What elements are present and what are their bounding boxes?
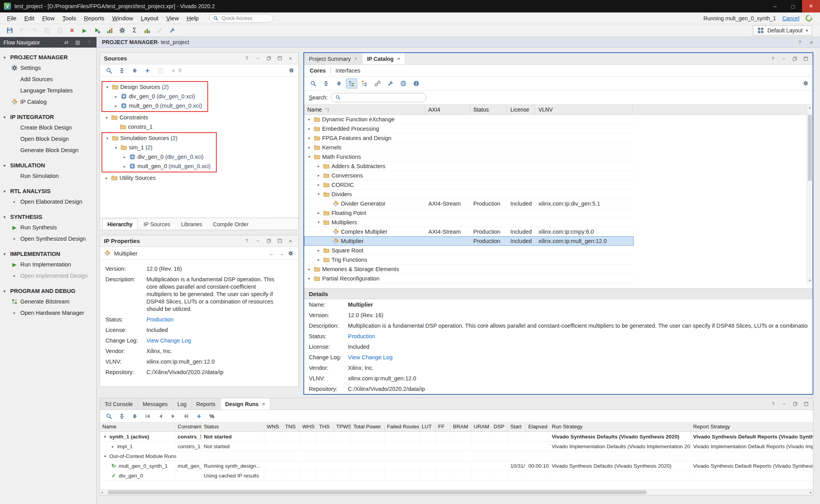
panel-max-icon[interactable] <box>276 55 283 62</box>
runs-expand-button[interactable] <box>129 411 140 421</box>
design-run-group-out-of-context-module-runs[interactable]: ▾Out-of-Context Module Runs <box>100 451 813 461</box>
toolbar-playcfg-button[interactable] <box>91 25 103 35</box>
flownav-section-simulation[interactable]: ▾SIMULATION <box>0 161 96 170</box>
menu-reports[interactable]: Reports <box>80 14 109 23</box>
scroll-up-icon[interactable]: ▴ <box>809 105 811 110</box>
catalog-collapse-button[interactable] <box>320 78 332 89</box>
tree-chevron-icon[interactable]: ▸ <box>316 183 321 187</box>
column-license[interactable]: License <box>507 105 535 114</box>
catalog-tree2-button[interactable] <box>359 78 370 89</box>
runs-column-lut[interactable]: LUT <box>419 422 436 431</box>
source-item-utility-sources[interactable]: ▸Utility Sources <box>102 173 297 183</box>
catalog-row-partial-reconfiguration[interactable]: ▸Partial Reconfiguration <box>304 274 634 283</box>
panel-min-icon[interactable]: − <box>780 55 788 62</box>
toolbar-redo-button[interactable]: ↷ <box>29 25 40 35</box>
catalog-row-embedded-processing[interactable]: ▸Embedded Processing <box>304 124 634 133</box>
close-button[interactable]: × <box>802 0 820 12</box>
catalog-wrench-button[interactable] <box>385 78 396 89</box>
tab-tcl-console[interactable]: Tcl Console <box>100 398 138 410</box>
flownav-section-implementation[interactable]: ▾IMPLEMENTATION <box>0 249 96 259</box>
menu-window[interactable]: Window <box>108 14 137 23</box>
column-vlnv[interactable]: VLNV <box>535 105 633 114</box>
catalog-row-multiplier[interactable]: MultiplierProductionIncludedxilinx.com:i… <box>304 236 634 246</box>
flownav-item-add-sources[interactable]: Add Sources <box>0 73 96 85</box>
runs-column-failed-routes[interactable]: Failed Routes <box>385 422 419 431</box>
source-item-sim-1[interactable]: ▾sim_1 (2) <box>102 143 210 152</box>
flownav-item-open-elaborated-design[interactable]: ▸Open Elaborated Design <box>0 196 96 207</box>
panel-close-icon[interactable]: × <box>808 39 815 46</box>
panel-float-icon[interactable] <box>791 55 799 62</box>
flownav-item-open-block-design[interactable]: Open Block Design <box>0 133 96 144</box>
close-tab-icon[interactable]: × <box>397 56 400 62</box>
right-nav-icon[interactable]: → <box>277 250 285 257</box>
runs-stepback-button[interactable] <box>155 411 166 421</box>
flownav-section-rtl-analysis[interactable]: ▾RTL ANALYSIS <box>0 186 96 196</box>
flownav-item-open-implemented-design[interactable]: ▸Open Implemented Design <box>0 270 96 281</box>
panel-close-icon[interactable]: × <box>287 238 294 245</box>
runs-stepfwd-button[interactable] <box>180 411 192 421</box>
toolbar-save-button[interactable] <box>4 25 15 35</box>
source-item-constraints[interactable]: ▾Constraints <box>102 113 297 122</box>
tab-design-runs[interactable]: Design Runs× <box>221 398 270 410</box>
panel-help-icon[interactable]: ? <box>85 39 93 46</box>
tab-messages[interactable]: Messages <box>138 398 173 410</box>
runs-column-ff[interactable]: FF <box>436 422 451 431</box>
runs-plus-button[interactable]: + <box>193 411 205 421</box>
catalog-row-trig-functions[interactable]: ▸Trig Functions <box>304 255 634 264</box>
panel-min-icon[interactable]: − <box>254 55 262 62</box>
catalog-row-multipliers[interactable]: ▾Multipliers <box>304 218 634 227</box>
catalog-row-memories-storage-elements[interactable]: ▸Memories & Storage Elements <box>304 264 634 274</box>
panel-help-icon[interactable]: ? <box>769 401 777 408</box>
catalog-hier-button[interactable] <box>346 78 357 89</box>
tree-chevron-icon[interactable]: ▸ <box>307 145 312 149</box>
toolbar-wrench-button[interactable] <box>166 25 178 35</box>
settings-gear-icon[interactable] <box>802 80 809 87</box>
toolbar-paste-button[interactable] <box>54 25 65 35</box>
runs-column-whs[interactable]: WHS <box>300 422 317 431</box>
tree-chevron-icon[interactable]: ▾ <box>104 115 109 120</box>
tree-chevron-icon[interactable]: ▸ <box>307 136 312 140</box>
sources-plus-button[interactable]: + <box>142 66 153 76</box>
catalog-row-square-root[interactable]: ▸Square Root <box>304 246 634 255</box>
sources-collapse-button[interactable] <box>116 66 127 76</box>
catalog-row-divider-generator[interactable]: Divider GeneratorAXI4-StreamProductionIn… <box>304 199 634 208</box>
runs-column-ths[interactable]: THS <box>317 422 334 431</box>
panel-min-icon[interactable]: − <box>254 238 262 245</box>
flownav-item-run-synthesis[interactable]: ▶Run Synthesis <box>0 222 96 233</box>
flownav-item-ip-catalog[interactable]: IP Catalog <box>0 96 96 107</box>
tree-chevron-icon[interactable]: ▸ <box>307 126 312 131</box>
tree-chevron-icon[interactable]: ▸ <box>307 276 312 280</box>
quick-access-search[interactable]: Quick Access <box>209 14 273 23</box>
tree-chevron-icon[interactable]: ▸ <box>113 94 119 99</box>
source-item-div-gen-0[interactable]: ▸div_gen_0 (div_gen_0.xci) <box>102 152 210 161</box>
cancel-link[interactable]: Cancel <box>782 15 799 21</box>
runs-column-status[interactable]: Status <box>201 422 264 431</box>
source-item-div-gen-0[interactable]: ▸div_gen_0 (div_gen_0.xci) <box>102 92 202 101</box>
runs-column-tns[interactable]: TNS <box>283 422 300 431</box>
source-item-simulation-sources[interactable]: ▾Simulation Sources (2) <box>102 133 210 143</box>
catalog-row-kernels[interactable]: ▸Kernels <box>304 143 634 152</box>
sources-expand-button[interactable] <box>129 66 140 76</box>
tree-chevron-icon[interactable]: ▸ <box>316 257 321 262</box>
tree-chevron-icon[interactable]: ▸ <box>307 267 312 271</box>
design-run-row-impl-1[interactable]: ▸impl_1constrs_1Not startedVivado Implem… <box>100 442 813 451</box>
minimize-button[interactable]: − <box>766 0 784 12</box>
horizontal-scrollbar[interactable]: ◂ ▸ <box>100 489 813 495</box>
toolbar-copy-button[interactable] <box>41 25 53 35</box>
menu-help[interactable]: Help <box>183 14 203 23</box>
runs-search-button[interactable] <box>103 411 114 421</box>
details-link[interactable]: View Change Log <box>348 354 392 360</box>
catalog-row-adders-subtracters[interactable]: ▸Adders & Subtracters <box>304 161 634 171</box>
sources-tab-compile-order[interactable]: Compile Order <box>208 219 254 230</box>
tab-project-summary[interactable]: Project Summary× <box>304 53 362 64</box>
catalog-globe-button[interactable] <box>398 78 409 89</box>
tree-chevron-icon[interactable]: ▸ <box>110 444 116 449</box>
catalog-row-cordic[interactable]: ▸CORDIC <box>304 180 634 190</box>
catalog-row-fpga-features-and-design[interactable]: ▸FPGA Features and Design <box>304 133 634 143</box>
runs-play2-button[interactable] <box>168 411 179 421</box>
catalog-row-floating-point[interactable]: ▸Floating Point <box>304 208 634 218</box>
panel-help-icon[interactable]: ? <box>796 39 804 46</box>
menu-layout[interactable]: Layout <box>137 14 162 23</box>
panel-swap-icon[interactable]: ⇄ <box>62 39 70 46</box>
runs-column-elapsed[interactable]: Elapsed <box>526 422 549 431</box>
